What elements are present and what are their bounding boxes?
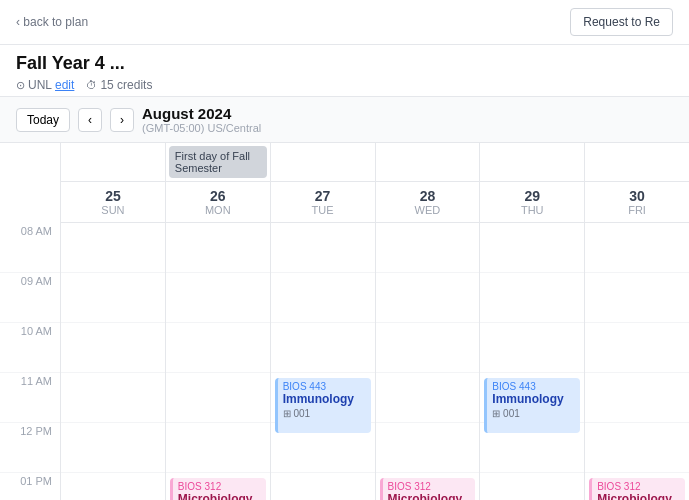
time-label: 01 PM [0, 473, 60, 500]
day-header: 27TUE [270, 182, 375, 222]
top-nav: back to plan Request to Re [0, 0, 689, 45]
time-label: 11 AM [0, 373, 60, 423]
plan-header: Fall Year 4 ... UNL edit 15 credits [0, 45, 689, 96]
credits-value: 15 credits [100, 78, 152, 92]
day-header: 29THU [479, 182, 584, 222]
clock-icon [86, 78, 97, 92]
header-spacer [0, 143, 60, 182]
full-day-event[interactable]: First day of Fall Semester [169, 146, 267, 178]
location-icon [16, 78, 25, 92]
day-header: 28WED [375, 182, 480, 222]
request-button[interactable]: Request to Re [570, 8, 673, 36]
plan-credits: 15 credits [86, 78, 152, 92]
calendar-event[interactable]: BIOS 443Immunology⊞ 001 [275, 378, 371, 433]
time-label: 12 PM [0, 423, 60, 473]
month-title: August 2024 [142, 105, 231, 122]
time-column: 08 AM09 AM10 AM11 AM12 PM01 PM02 PM [0, 223, 60, 500]
calendar-event[interactable]: BIOS 312Microbiology [380, 478, 476, 500]
day-header: 30FRI [584, 182, 689, 222]
day-headers-row: 25SUN26MON27TUE28WED29THU30FRI [0, 182, 689, 223]
back-link[interactable]: back to plan [16, 15, 88, 29]
plan-meta: UNL edit 15 credits [16, 78, 673, 92]
timezone-label: (GMT-05:00) US/Central [142, 122, 261, 134]
time-label: 09 AM [0, 273, 60, 323]
calendar-event[interactable]: BIOS 312Microbiology⊞ 001 [170, 478, 266, 500]
prev-button[interactable]: ‹ [78, 108, 102, 132]
day-header: 26MON [165, 182, 270, 222]
calendar-body: 08 AM09 AM10 AM11 AM12 PM01 PM02 PM BIOS… [0, 223, 689, 500]
edit-link[interactable]: edit [55, 78, 74, 92]
plan-location: UNL edit [16, 78, 74, 92]
time-label: 08 AM [0, 223, 60, 273]
calendar-event[interactable]: BIOS 443Immunology⊞ 001 [484, 378, 580, 433]
next-button[interactable]: › [110, 108, 134, 132]
today-button[interactable]: Today [16, 108, 70, 132]
calendar-header: Today ‹ › August 2024 (GMT-05:00) US/Cen… [0, 96, 689, 143]
plan-title: Fall Year 4 ... [16, 53, 673, 74]
calendar-event[interactable]: BIOS 312Microbiology [589, 478, 685, 500]
institution-label: UNL [28, 78, 52, 92]
day-header: 25SUN [60, 182, 165, 222]
calendar-grid: First day of Fall Semester 25SUN26MON27T… [0, 143, 689, 500]
time-label: 10 AM [0, 323, 60, 373]
